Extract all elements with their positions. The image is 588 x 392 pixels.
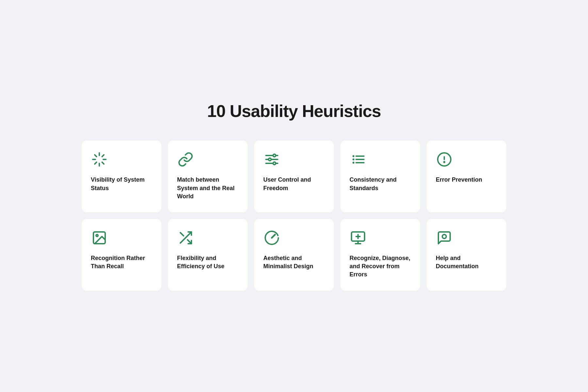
card-label-flexibility: Flexibility and Efficiency of Use: [177, 254, 238, 270]
card-error-prevention: Error Prevention: [427, 140, 506, 212]
svg-point-28: [96, 235, 98, 237]
heuristics-grid: Visibility of System Status Match betwee…: [82, 140, 506, 290]
card-label-recognition: Recognition Rather Than Recall: [91, 254, 152, 270]
loader-icon: [91, 151, 108, 168]
svg-line-31: [180, 233, 184, 236]
link-icon: [177, 151, 194, 168]
card-label-help: Help and Documentation: [436, 254, 497, 270]
svg-point-39: [442, 235, 446, 238]
sliders-icon: [263, 151, 280, 168]
svg-line-3: [102, 162, 104, 164]
svg-line-33: [272, 235, 275, 238]
card-label-control: User Control and Freedom: [263, 176, 325, 192]
svg-line-2: [95, 155, 97, 157]
card-control: User Control and Freedom: [254, 140, 334, 212]
card-match: Match between System and the Real World: [168, 140, 248, 212]
gauge-icon: [263, 229, 280, 246]
svg-line-6: [95, 162, 97, 164]
alert-circle-icon: [436, 151, 453, 168]
card-recognition: Recognition Rather Than Recall: [82, 219, 161, 291]
list-icon: [350, 151, 367, 168]
svg-point-21: [352, 162, 354, 164]
page-container: 10 Usability Heuristics Visibility of Sy…: [82, 101, 506, 290]
card-consistency: Consistency and Standards: [340, 140, 420, 212]
card-flexibility: Flexibility and Efficiency of Use: [168, 219, 248, 291]
svg-point-19: [352, 158, 354, 160]
image-icon: [91, 229, 108, 246]
card-visibility: Visibility of System Status: [82, 140, 161, 212]
monitor-plus-icon: [350, 229, 367, 246]
svg-line-7: [102, 155, 104, 157]
card-label-consistency: Consistency and Standards: [350, 176, 411, 192]
card-label-error-prevention: Error Prevention: [436, 176, 482, 184]
card-aesthetic: Aesthetic and Minimalist Design: [254, 219, 334, 291]
card-label-recover: Recognize, Diagnose, and Recover from Er…: [350, 254, 411, 279]
message-circle-icon: [436, 229, 453, 246]
card-label-visibility: Visibility of System Status: [91, 176, 152, 192]
card-label-aesthetic: Aesthetic and Minimalist Design: [263, 254, 325, 270]
card-help: Help and Documentation: [427, 219, 506, 291]
card-label-match: Match between System and the Real World: [177, 176, 238, 201]
svg-point-17: [352, 155, 354, 157]
card-recover: Recognize, Diagnose, and Recover from Er…: [340, 219, 420, 291]
page-title: 10 Usability Heuristics: [82, 101, 506, 121]
shuffle-icon: [177, 229, 194, 246]
